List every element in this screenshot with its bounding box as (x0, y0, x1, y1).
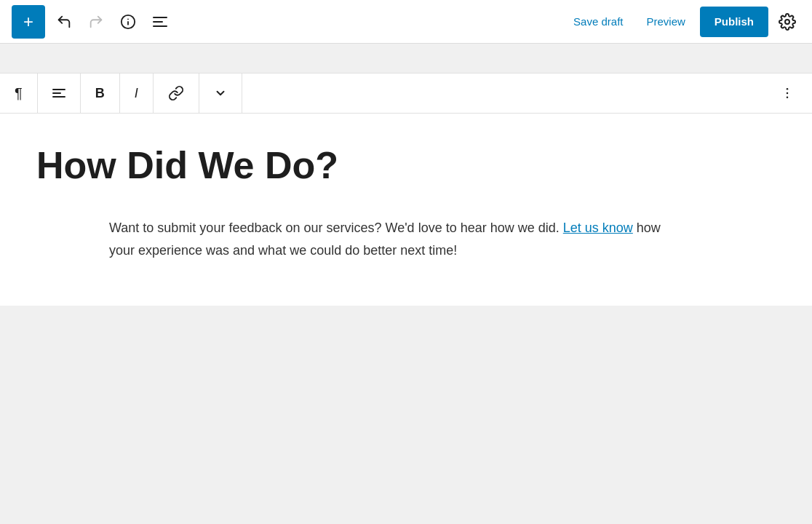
save-draft-button[interactable]: Save draft (565, 9, 632, 33)
preview-button[interactable]: Preview (637, 9, 693, 33)
post-content: How Did We Do? Want to submit your feedb… (0, 114, 812, 306)
post-body-text-1: Want to submit your feedback on our serv… (109, 221, 563, 235)
svg-point-5 (787, 92, 789, 95)
redo-icon (88, 14, 104, 30)
info-icon (120, 14, 136, 30)
italic-icon: I (135, 86, 138, 101)
editor-container: ¶ B I (0, 73, 812, 306)
content-area: ¶ B I (0, 44, 812, 306)
link-button[interactable] (154, 73, 199, 114)
undo-button[interactable] (51, 9, 77, 35)
list-icon (153, 17, 167, 27)
three-dot-icon (780, 86, 795, 100)
publish-button[interactable]: Publish (700, 7, 768, 37)
redo-button[interactable] (83, 9, 109, 35)
paragraph-style-button[interactable]: ¶ (0, 73, 38, 114)
italic-button[interactable]: I (120, 73, 154, 114)
settings-button[interactable] (774, 9, 800, 35)
list-view-button[interactable] (147, 9, 173, 35)
post-body[interactable]: Want to submit your feedback on our serv… (109, 217, 662, 261)
info-button[interactable] (115, 9, 141, 35)
paragraph-icon: ¶ (15, 85, 23, 102)
post-title[interactable]: How Did We Do? (36, 143, 776, 188)
text-align-button[interactable] (38, 73, 81, 114)
gear-icon (779, 13, 796, 31)
top-toolbar: + Save draft Preview Publish (0, 0, 812, 44)
chevron-down-icon (214, 87, 227, 100)
svg-point-4 (787, 88, 789, 90)
format-toolbar-right (763, 80, 812, 106)
svg-point-3 (785, 20, 789, 24)
add-block-button[interactable]: + (12, 5, 45, 39)
svg-point-6 (787, 97, 789, 99)
align-icon (52, 89, 65, 98)
more-options-dropdown-button[interactable] (199, 73, 242, 114)
link-icon (168, 85, 184, 101)
let-us-know-link[interactable]: Let us know (563, 221, 633, 235)
bold-icon: B (95, 86, 105, 101)
block-options-button[interactable] (774, 80, 800, 106)
format-toolbar: ¶ B I (0, 73, 812, 114)
bold-button[interactable]: B (81, 73, 120, 114)
undo-icon (56, 14, 72, 30)
